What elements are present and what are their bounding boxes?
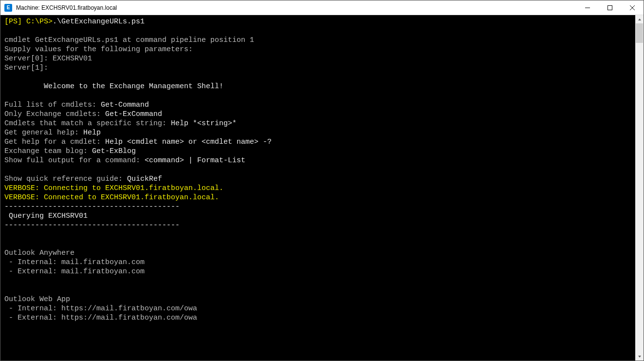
output-line: Full list of cmdlets: bbox=[4, 101, 101, 109]
welcome-line: Welcome to the Exchange Management Shell… bbox=[4, 82, 223, 91]
terminal-container: [PS] C:\PS>.\GetExchangeURLs.ps1 cmdlet … bbox=[0, 15, 644, 361]
verbose-line: VERBOSE: Connecting to EXCHSRV01.firatbo… bbox=[4, 184, 223, 192]
output-line: cmdlet GetExchangeURLs.ps1 at command pi… bbox=[4, 36, 254, 44]
help-cmd: Help <cmdlet name> or <cmdlet name> -? bbox=[105, 138, 272, 146]
output-line: Server[1]: bbox=[4, 64, 48, 72]
section-title: Outlook Web App bbox=[4, 295, 70, 304]
window-controls bbox=[576, 0, 644, 15]
output-line: Server[0]: EXCHSRV01 bbox=[4, 55, 92, 63]
window-title: Machine: EXCHSRV01.firatboyan.local bbox=[16, 4, 576, 11]
output-line: - Internal: mail.firatboyan.com bbox=[4, 258, 145, 266]
app-icon: E bbox=[4, 4, 12, 12]
help-cmd: Help bbox=[83, 129, 101, 137]
vertical-scrollbar[interactable] bbox=[635, 15, 644, 361]
output-line: Exchange team blog: bbox=[4, 147, 92, 155]
output-line: Show full output for a command: bbox=[4, 156, 145, 165]
output-line: Show quick reference guide: bbox=[4, 175, 127, 183]
maximize-button[interactable] bbox=[599, 0, 621, 15]
titlebar[interactable]: E Machine: EXCHSRV01.firatboyan.local bbox=[0, 0, 644, 15]
minimize-button[interactable] bbox=[576, 0, 599, 15]
output-line: - External: https://mail.firatboyan.com/… bbox=[4, 314, 197, 322]
section-title: Outlook Anywhere bbox=[4, 249, 74, 257]
verbose-line: VERBOSE: Connected to EXCHSRV01.firatboy… bbox=[4, 193, 219, 202]
output-line: Cmdlets that match a specific string: bbox=[4, 119, 171, 128]
output-line: Get help for a cmdlet: bbox=[4, 138, 105, 146]
close-button[interactable] bbox=[621, 0, 644, 15]
help-cmd: Get-Command bbox=[101, 101, 149, 109]
window-frame: E Machine: EXCHSRV01.firatboyan.local [P… bbox=[0, 0, 644, 361]
terminal-output[interactable]: [PS] C:\PS>.\GetExchangeURLs.ps1 cmdlet … bbox=[0, 15, 635, 361]
svg-rect-1 bbox=[608, 5, 612, 10]
help-cmd: Get-ExBlog bbox=[92, 147, 136, 155]
output-line: Supply values for the following paramete… bbox=[4, 45, 193, 54]
help-cmd: QuickRef bbox=[127, 175, 162, 183]
separator-line: ---------------------------------------- bbox=[4, 221, 180, 229]
scrollbar-thumb[interactable] bbox=[636, 23, 643, 43]
scroll-down-arrow[interactable] bbox=[635, 352, 644, 361]
help-cmd: <command> | Format-List bbox=[145, 156, 245, 165]
prompt-text: [PS] C:\PS> bbox=[4, 18, 53, 26]
output-line: - Internal: https://mail.firatboyan.com/… bbox=[4, 304, 197, 313]
output-line: Get general help: bbox=[4, 129, 83, 137]
output-line: Only Exchange cmdlets: bbox=[4, 110, 105, 118]
help-cmd: Get-ExCommand bbox=[105, 110, 162, 118]
query-line: Querying EXCHSRV01 bbox=[4, 212, 88, 220]
output-line: - External: mail.firatboyan.com bbox=[4, 267, 145, 276]
help-cmd: Help *<string>* bbox=[171, 119, 237, 128]
separator-line: ---------------------------------------- bbox=[4, 203, 180, 211]
command-text: .\GetExchangeURLs.ps1 bbox=[53, 18, 145, 26]
scroll-up-arrow[interactable] bbox=[635, 15, 644, 23]
